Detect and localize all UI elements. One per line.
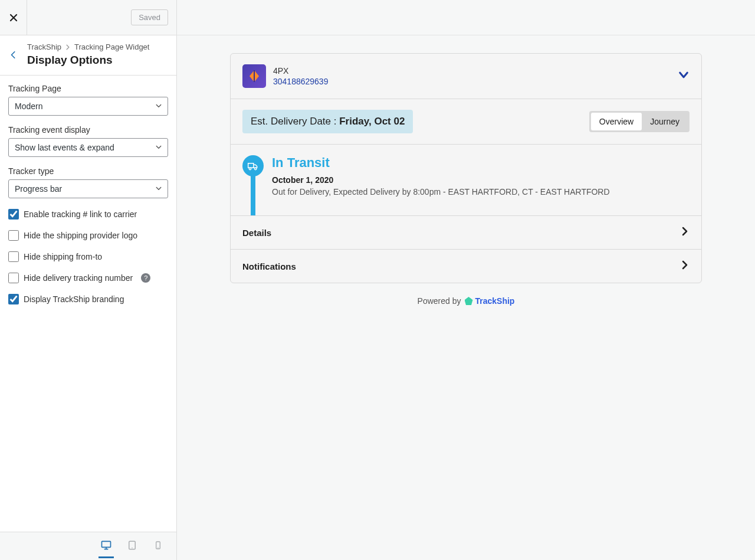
tracker-type-select[interactable]: Progress bar	[8, 179, 168, 198]
status-icon	[242, 155, 264, 176]
enable-link-checkbox-row[interactable]: Enable tracking # link to carrier	[8, 209, 168, 220]
tracking-event-display-select[interactable]: Show last events & expand	[8, 138, 168, 157]
chevron-left-icon	[9, 51, 18, 59]
brand-link[interactable]: TrackShip	[465, 296, 515, 306]
preview-topbar	[177, 0, 755, 35]
hide-logo-label: Hide the shipping provider logo	[24, 231, 137, 240]
desktop-icon	[100, 539, 112, 551]
tab-journey[interactable]: Journey	[642, 113, 688, 130]
brand-mark-icon	[465, 297, 473, 305]
carrier-logo	[242, 64, 266, 88]
device-desktop-button[interactable]	[99, 535, 114, 558]
carrier-expand-button[interactable]	[678, 69, 690, 83]
tablet-icon	[127, 540, 137, 551]
breadcrumb: TrackShip Tracking Page Widget	[27, 42, 149, 51]
svg-point-5	[249, 168, 251, 169]
tracking-page-label: Tracking Page	[8, 84, 168, 93]
status-date: October 1, 2020	[272, 175, 610, 185]
svg-point-6	[255, 168, 257, 169]
tab-group: Overview Journey	[589, 111, 690, 132]
tracking-number-link[interactable]: 304188629639	[273, 77, 328, 86]
enable-link-checkbox[interactable]	[8, 209, 19, 220]
branding-checkbox[interactable]	[8, 294, 19, 304]
breadcrumb-leaf: Tracking Page Widget	[74, 42, 149, 51]
branding-label: Display TrackShip branding	[24, 294, 124, 304]
tracking-event-display-label: Tracking event display	[8, 125, 168, 135]
status-title: In Transit	[272, 155, 610, 171]
back-button[interactable]	[0, 51, 27, 59]
svg-point-2	[132, 548, 133, 549]
notifications-expand[interactable]: Notifications	[242, 260, 690, 272]
hide-fromto-checkbox-row[interactable]: Hide shipping from-to	[8, 251, 168, 262]
truck-icon	[247, 160, 259, 172]
hide-logo-checkbox[interactable]	[8, 230, 19, 241]
carrier-logo-icon	[247, 69, 261, 83]
svg-rect-0	[102, 541, 111, 547]
carrier-name: 4PX	[273, 66, 328, 76]
chevron-down-icon	[678, 69, 690, 81]
hide-logo-checkbox-row[interactable]: Hide the shipping provider logo	[8, 230, 168, 241]
status-description: Out for Delivery, Expected Delivery by 8…	[272, 187, 610, 197]
hide-number-checkbox[interactable]	[8, 273, 19, 283]
device-tablet-button[interactable]	[124, 535, 140, 558]
hide-fromto-checkbox[interactable]	[8, 251, 19, 262]
eta-badge: Est. Delivery Date : Friday, Oct 02	[242, 110, 413, 133]
device-mobile-button[interactable]	[150, 535, 166, 558]
hide-fromto-label: Hide shipping from-to	[24, 252, 102, 261]
progress-line	[251, 175, 255, 215]
help-icon[interactable]: ?	[141, 273, 150, 283]
notifications-label: Notifications	[242, 261, 296, 271]
breadcrumb-root[interactable]: TrackShip	[27, 42, 61, 51]
tab-overview[interactable]: Overview	[591, 113, 642, 130]
hide-number-checkbox-row[interactable]: Hide delivery tracking number ?	[8, 273, 168, 283]
branding-checkbox-row[interactable]: Display TrackShip branding	[8, 294, 168, 304]
eta-value: Friday, Oct 02	[339, 116, 405, 127]
svg-point-4	[157, 547, 158, 548]
mobile-icon	[153, 541, 163, 550]
details-expand[interactable]: Details	[242, 227, 690, 238]
tracking-page-select[interactable]: Modern	[8, 97, 168, 116]
close-button[interactable]	[0, 0, 27, 35]
close-icon	[9, 13, 18, 22]
powered-label: Powered by	[418, 296, 461, 306]
chevron-right-icon	[65, 44, 71, 50]
details-label: Details	[242, 228, 271, 238]
hide-number-label: Hide delivery tracking number	[24, 273, 133, 283]
chevron-right-icon	[680, 260, 690, 270]
tracking-widget: 4PX 304188629639 Est. Delivery Date : Fr…	[230, 53, 702, 283]
powered-by: Powered by TrackShip	[230, 296, 702, 306]
enable-link-label: Enable tracking # link to carrier	[24, 209, 137, 219]
brand-name: TrackShip	[475, 296, 515, 306]
panel-title: Display Options	[27, 54, 149, 67]
tracker-type-label: Tracker type	[8, 166, 168, 176]
chevron-right-icon	[680, 227, 690, 236]
eta-label: Est. Delivery Date :	[251, 116, 339, 127]
saved-button: Saved	[131, 9, 168, 25]
